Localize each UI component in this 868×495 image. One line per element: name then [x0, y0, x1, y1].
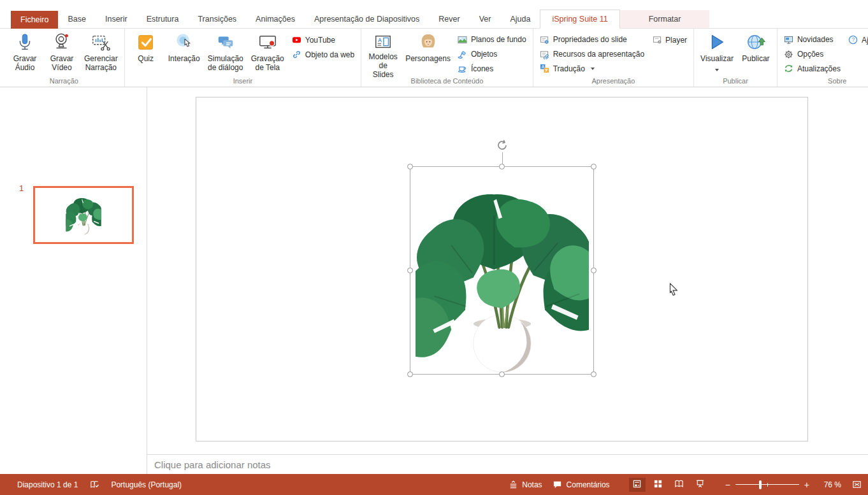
record-video-button[interactable]: GravarVídeo [43, 29, 80, 75]
tab-ispring-suite-11[interactable]: iSpring Suite 11 [540, 10, 619, 29]
dialog-simulation-icon [216, 32, 235, 54]
zoom-slider-tick [767, 483, 768, 487]
zoom-slider[interactable] [735, 480, 799, 489]
tab-apresenta-o-de-diapositivos[interactable]: Apresentação de Diapositivos [305, 10, 429, 28]
fit-to-window-icon[interactable] [851, 480, 862, 490]
reading-view-button[interactable] [671, 478, 688, 492]
button-label: Visualizar [700, 55, 734, 75]
resize-handle-s[interactable] [499, 371, 505, 377]
button-label: Modelosde Slides [368, 53, 398, 79]
resize-handle-n[interactable] [499, 164, 505, 169]
tab-ver[interactable]: Ver [470, 10, 501, 28]
options-button[interactable]: Opções [784, 48, 841, 61]
tab-base[interactable]: Base [58, 10, 96, 28]
characters-button[interactable]: Personagens [402, 29, 454, 75]
language-indicator[interactable]: Português (Portugal) [111, 480, 182, 489]
ribbon-group-label: Narração [4, 77, 124, 85]
notes-toggle[interactable]: Notas [508, 480, 542, 490]
quiz-button[interactable]: Quiz [127, 29, 164, 75]
web-object-button[interactable]: Objeto da web [292, 48, 354, 61]
translation-icon: A [540, 64, 550, 74]
news-button[interactable]: Novidades [784, 34, 841, 46]
zoom-slider-handle[interactable] [759, 480, 762, 489]
plant-image[interactable] [414, 178, 591, 375]
publish-button[interactable]: Publicar [737, 29, 774, 75]
ribbon-group-inserir: QuizInteraçãoSimulaçãode diálogoGravação… [125, 29, 362, 87]
button-label: Gravaçãode Tela [251, 55, 284, 73]
resize-handle-se[interactable] [591, 371, 597, 377]
slide-indicator: Diapositivo 1 de 1 [17, 480, 78, 489]
notes-pane[interactable]: Clique para adicionar notas [147, 454, 868, 474]
notes-toggle-label: Notas [522, 480, 542, 489]
manage-narration-button[interactable]: GerenciarNarração [80, 29, 122, 75]
ribbon-group-apresenta-o: Propriedades do slideRecursos da apresen… [533, 29, 694, 87]
updates-icon [784, 64, 794, 74]
comments-toggle[interactable]: Comentários [553, 480, 610, 490]
zoom-percentage[interactable]: 76 % [820, 480, 841, 489]
dialog-simulation-button[interactable]: Simulaçãode diálogo [204, 29, 247, 75]
tab-inserir[interactable]: Inserir [96, 10, 137, 28]
ribbon-group-label: Inserir [125, 77, 361, 85]
interaction-button[interactable]: Interação [164, 29, 204, 75]
reading-view-icon [674, 479, 684, 491]
backgrounds-icon [458, 34, 468, 45]
backgrounds-button[interactable]: Planos de fundo [458, 34, 526, 46]
slide-canvas[interactable] [196, 97, 808, 441]
button-label: GravarÁudio [13, 55, 37, 73]
normal-view-icon [632, 479, 642, 491]
tab-estrutura[interactable]: Estrutura [137, 10, 189, 28]
ribbon-group-label: Sobre [778, 77, 868, 85]
slide-sorter-button[interactable] [650, 478, 667, 492]
publish-icon [746, 32, 765, 54]
ribbon-help-button[interactable]: ?Ajuda [848, 34, 868, 46]
youtube-button[interactable]: YouTube [292, 34, 354, 46]
player-button[interactable]: Player [652, 34, 687, 46]
tab-rever[interactable]: Rever [429, 10, 469, 28]
zoom-in-button[interactable]: + [804, 480, 809, 489]
updates-button[interactable]: Atualizações [784, 62, 841, 75]
resize-handle-nw[interactable] [407, 164, 413, 169]
selected-image-bounding-box[interactable] [410, 166, 594, 375]
tab-anima-es[interactable]: Animações [246, 10, 305, 28]
resize-handle-ne[interactable] [591, 164, 597, 169]
screen-recording-button[interactable]: Gravaçãode Tela [247, 29, 288, 75]
resize-handle-e[interactable] [591, 268, 597, 273]
resize-handle-w[interactable] [407, 268, 413, 273]
ribbon-group-label: Apresentação [533, 77, 693, 85]
zoom-out-button[interactable]: − [725, 480, 730, 489]
svg-text:A: A [378, 37, 382, 43]
ribbon-group-biblioteca-de-conte-do: AModelosde SlidesPersonagensPlanos de fu… [361, 29, 533, 87]
translation-button[interactable]: ATradução [540, 62, 644, 75]
objects-button[interactable]: Objetos [458, 48, 526, 61]
zoom-controls: − + [725, 480, 809, 489]
options-icon [784, 49, 794, 59]
button-label: Tradução [553, 64, 585, 73]
svg-text:?: ? [852, 36, 855, 43]
notes-icon [508, 480, 518, 490]
button-label: Objetos [471, 50, 497, 59]
preview-button[interactable]: Visualizar [697, 29, 737, 75]
button-label: Atualizações [797, 64, 841, 73]
slide-thumbnail[interactable] [33, 186, 134, 244]
objects-icon [458, 49, 468, 59]
icons-button[interactable]: Ícones [458, 62, 526, 75]
tab-ajuda[interactable]: Ajuda [500, 10, 540, 28]
resize-handle-sw[interactable] [407, 371, 413, 377]
record-audio-button[interactable]: GravarÁudio [6, 29, 43, 75]
spellcheck-icon[interactable] [89, 480, 99, 490]
comments-icon [553, 480, 563, 490]
preview-icon [707, 32, 727, 54]
view-switcher [629, 478, 709, 492]
slide-templates-button[interactable]: AModelosde Slides [364, 29, 402, 75]
tab-transi-es[interactable]: Transições [188, 10, 246, 28]
slide-templates-icon: A [373, 32, 393, 52]
tab-ficheiro[interactable]: Ficheiro [11, 11, 58, 29]
plant-image-thumbnail [66, 195, 101, 235]
slide-thumbnail-panel: 1 [0, 87, 147, 474]
presentation-resources-button[interactable]: Recursos da apresentação [540, 48, 644, 61]
tab-formatar[interactable]: Formatar [620, 10, 710, 28]
rotate-handle[interactable] [495, 138, 509, 152]
slide-properties-button[interactable]: Propriedades do slide [540, 34, 644, 46]
normal-view-button[interactable] [629, 478, 646, 492]
slideshow-button[interactable] [692, 478, 709, 492]
